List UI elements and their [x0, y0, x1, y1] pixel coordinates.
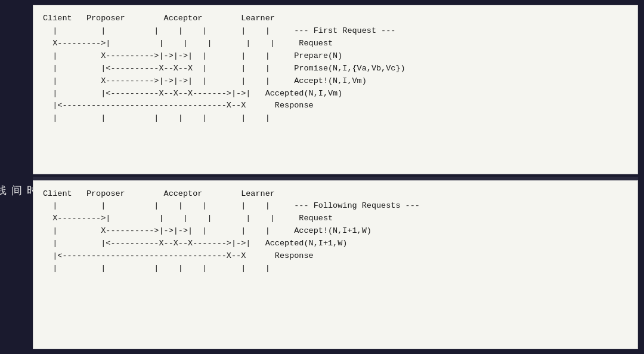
timeline-char-2: 间	[9, 176, 23, 178]
left-sidebar: 时 间 线	[0, 0, 30, 354]
main-content: Client Proposer Acceptor Learner | | | |…	[30, 0, 644, 354]
timeline-char-3: 线	[0, 176, 8, 178]
following-requests-diagram: Client Proposer Acceptor Learner | | | |…	[33, 180, 638, 350]
first-request-text: Client Proposer Acceptor Learner | | | |…	[43, 13, 628, 125]
first-request-diagram: Client Proposer Acceptor Learner | | | |…	[33, 5, 638, 174]
timeline-char-1: 时	[24, 176, 39, 178]
following-request-text: Client Proposer Acceptor Learner | | | |…	[43, 188, 628, 275]
